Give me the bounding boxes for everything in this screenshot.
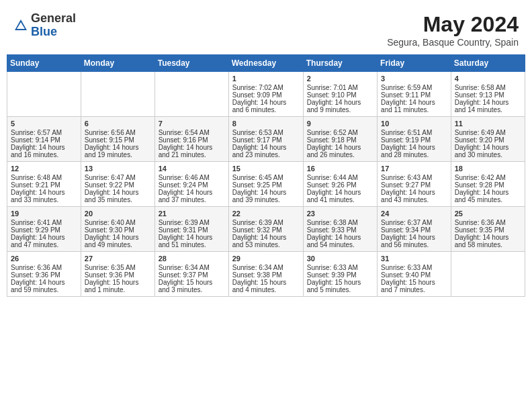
logo-icon — [13, 18, 28, 33]
header-saturday: Saturday — [451, 55, 525, 72]
sunrise-text: Sunrise: 6:52 AM — [307, 129, 373, 136]
cell-week3-day4: 15Sunrise: 6:45 AMSunset: 9:25 PMDayligh… — [228, 162, 303, 207]
sunrise-text: Sunrise: 6:53 AM — [232, 129, 300, 136]
cell-week3-day6: 17Sunrise: 6:43 AMSunset: 9:27 PMDayligh… — [378, 162, 451, 207]
cell-week2-day4: 8Sunrise: 6:53 AMSunset: 9:17 PMDaylight… — [228, 117, 303, 162]
daylight-text: Daylight: 14 hours and 43 minutes. — [381, 189, 447, 203]
day-number: 17 — [381, 165, 447, 173]
sunset-text: Sunset: 9:15 PM — [85, 136, 151, 144]
daylight-text: Daylight: 15 hours and 5 minutes. — [307, 279, 373, 293]
day-number: 24 — [381, 210, 447, 218]
day-number: 16 — [307, 165, 373, 173]
logo: General Blue — [13, 12, 76, 39]
cell-week5-day7 — [451, 252, 525, 297]
day-number: 20 — [85, 210, 151, 218]
cell-week3-day7: 18Sunrise: 6:42 AMSunset: 9:28 PMDayligh… — [451, 162, 525, 207]
cell-week3-day3: 14Sunrise: 6:46 AMSunset: 9:24 PMDayligh… — [154, 162, 228, 207]
cell-week5-day5: 30Sunrise: 6:33 AMSunset: 9:39 PMDayligh… — [303, 252, 377, 297]
daylight-text: Daylight: 14 hours and 35 minutes. — [85, 189, 151, 203]
week-row-1: 1Sunrise: 7:02 AMSunset: 9:09 PMDaylight… — [7, 72, 525, 117]
cell-week1-day3 — [154, 72, 228, 117]
sunset-text: Sunset: 9:37 PM — [159, 271, 225, 279]
sunset-text: Sunset: 9:10 PM — [307, 91, 373, 99]
day-number: 12 — [11, 165, 77, 173]
title-section: May 2024 Segura, Basque Country, Spain — [387, 12, 519, 48]
cell-week5-day1: 26Sunrise: 6:36 AMSunset: 9:36 PMDayligh… — [7, 252, 81, 297]
sunset-text: Sunset: 9:31 PM — [159, 226, 225, 234]
daylight-text: Daylight: 14 hours and 16 minutes. — [11, 144, 77, 158]
daylight-text: Daylight: 14 hours and 9 minutes. — [307, 99, 373, 113]
logo-wordmark: General Blue — [31, 12, 76, 39]
day-number: 19 — [11, 210, 77, 218]
sunset-text: Sunset: 9:33 PM — [307, 226, 373, 234]
sunset-text: Sunset: 9:16 PM — [159, 136, 225, 144]
main-title: May 2024 — [387, 12, 519, 37]
daylight-text: Daylight: 14 hours and 30 minutes. — [455, 144, 521, 158]
cell-week1-day5: 2Sunrise: 7:01 AMSunset: 9:10 PMDaylight… — [303, 72, 377, 117]
day-number: 29 — [232, 255, 300, 263]
sunrise-text: Sunrise: 6:48 AM — [11, 174, 77, 181]
day-number: 1 — [232, 75, 300, 83]
day-number: 2 — [307, 75, 373, 83]
week-row-3: 12Sunrise: 6:48 AMSunset: 9:21 PMDayligh… — [7, 162, 525, 207]
sunrise-text: Sunrise: 6:38 AM — [307, 219, 373, 226]
daylight-text: Daylight: 14 hours and 6 minutes. — [232, 99, 300, 113]
sunrise-text: Sunrise: 6:34 AM — [232, 264, 300, 271]
sunrise-text: Sunrise: 6:39 AM — [159, 219, 225, 226]
cell-week4-day3: 21Sunrise: 6:39 AMSunset: 9:31 PMDayligh… — [154, 207, 228, 252]
cell-week3-day2: 13Sunrise: 6:47 AMSunset: 9:22 PMDayligh… — [81, 162, 154, 207]
header-tuesday: Tuesday — [154, 55, 228, 72]
sunrise-text: Sunrise: 6:41 AM — [11, 219, 77, 226]
sunset-text: Sunset: 9:29 PM — [11, 226, 77, 234]
daylight-text: Daylight: 14 hours and 49 minutes. — [85, 234, 151, 248]
day-number: 13 — [85, 165, 151, 173]
calendar-header: Sunday Monday Tuesday Wednesday Thursday… — [7, 55, 525, 72]
day-number: 4 — [455, 75, 521, 83]
cell-week2-day2: 6Sunrise: 6:56 AMSunset: 9:15 PMDaylight… — [81, 117, 154, 162]
week-row-2: 5Sunrise: 6:57 AMSunset: 9:14 PMDaylight… — [7, 117, 525, 162]
sunrise-text: Sunrise: 6:33 AM — [381, 264, 447, 271]
daylight-text: Daylight: 14 hours and 58 minutes. — [455, 234, 521, 248]
sunset-text: Sunset: 9:11 PM — [381, 91, 447, 99]
cell-week5-day6: 31Sunrise: 6:33 AMSunset: 9:40 PMDayligh… — [378, 252, 451, 297]
day-number: 27 — [85, 255, 151, 263]
sunrise-text: Sunrise: 6:43 AM — [381, 174, 447, 181]
sunrise-text: Sunrise: 6:59 AM — [381, 84, 447, 91]
sunset-text: Sunset: 9:36 PM — [11, 271, 77, 279]
sunrise-text: Sunrise: 6:45 AM — [232, 174, 300, 181]
logo-blue-text: Blue — [31, 25, 57, 38]
sunrise-text: Sunrise: 6:47 AM — [85, 174, 151, 181]
day-number: 10 — [381, 120, 447, 128]
daylight-text: Daylight: 15 hours and 3 minutes. — [159, 279, 225, 293]
daylight-text: Daylight: 14 hours and 45 minutes. — [455, 189, 521, 203]
header-wednesday: Wednesday — [228, 55, 303, 72]
cell-week5-day4: 29Sunrise: 6:34 AMSunset: 9:38 PMDayligh… — [228, 252, 303, 297]
sunset-text: Sunset: 9:27 PM — [381, 181, 447, 189]
day-number: 14 — [159, 165, 225, 173]
sunset-text: Sunset: 9:38 PM — [232, 271, 300, 279]
sunset-text: Sunset: 9:32 PM — [232, 226, 300, 234]
day-number: 11 — [455, 120, 521, 128]
sunrise-text: Sunrise: 6:39 AM — [232, 219, 300, 226]
daylight-text: Daylight: 14 hours and 51 minutes. — [159, 234, 225, 248]
daylight-text: Daylight: 14 hours and 47 minutes. — [11, 234, 77, 248]
daylight-text: Daylight: 15 hours and 7 minutes. — [381, 279, 447, 293]
sunset-text: Sunset: 9:19 PM — [381, 136, 447, 144]
cell-week3-day5: 16Sunrise: 6:44 AMSunset: 9:26 PMDayligh… — [303, 162, 377, 207]
sunset-text: Sunset: 9:36 PM — [85, 271, 151, 279]
daylight-text: Daylight: 14 hours and 11 minutes. — [381, 99, 447, 113]
cell-week2-day7: 11Sunrise: 6:49 AMSunset: 9:20 PMDayligh… — [451, 117, 525, 162]
sunset-text: Sunset: 9:21 PM — [11, 181, 77, 189]
cell-week4-day1: 19Sunrise: 6:41 AMSunset: 9:29 PMDayligh… — [7, 207, 81, 252]
sunset-text: Sunset: 9:14 PM — [11, 136, 77, 144]
daylight-text: Daylight: 15 hours and 4 minutes. — [232, 279, 300, 293]
sunset-text: Sunset: 9:18 PM — [307, 136, 373, 144]
cell-week2-day6: 10Sunrise: 6:51 AMSunset: 9:19 PMDayligh… — [378, 117, 451, 162]
daylight-text: Daylight: 14 hours and 59 minutes. — [11, 279, 77, 293]
sunrise-text: Sunrise: 6:40 AM — [85, 219, 151, 226]
header-thursday: Thursday — [303, 55, 377, 72]
daylight-text: Daylight: 14 hours and 37 minutes. — [159, 189, 225, 203]
day-number: 3 — [381, 75, 447, 83]
sunset-text: Sunset: 9:22 PM — [85, 181, 151, 189]
sunrise-text: Sunrise: 6:33 AM — [307, 264, 373, 271]
